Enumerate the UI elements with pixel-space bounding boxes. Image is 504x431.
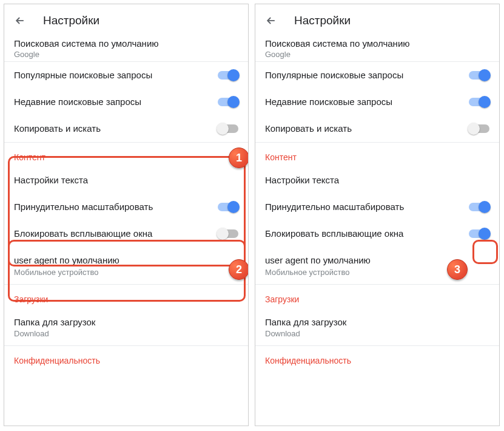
popular-queries-label: Популярные поисковые запросы — [14, 69, 152, 81]
search-engine-value: Google — [14, 50, 238, 59]
recent-queries-toggle[interactable] — [469, 98, 489, 106]
user-agent-row[interactable]: user agent по умолчанию Мобильное устрой… — [255, 247, 499, 284]
copy-search-row[interactable]: Копировать и искать — [255, 115, 499, 142]
search-engine-value: Google — [265, 50, 489, 59]
copy-search-label: Копировать и искать — [14, 123, 101, 135]
popular-queries-toggle[interactable] — [469, 71, 489, 80]
block-popups-label: Блокировать всплывающие окна — [14, 228, 152, 240]
user-agent-sub: Мобильное устройство — [265, 268, 350, 277]
search-engine-label: Поисковая система по умолчанию — [265, 38, 489, 49]
header: Настройки — [4, 4, 248, 37]
back-icon[interactable] — [14, 15, 26, 27]
download-folder-row[interactable]: Папка для загрузок Download — [4, 309, 248, 346]
section-content: Контент — [4, 143, 248, 167]
recent-queries-label: Недавние поисковые запросы — [265, 96, 392, 108]
phone-left: Настройки Поисковая система по умолчанию… — [4, 4, 249, 426]
popular-queries-row[interactable]: Популярные поисковые запросы — [255, 62, 499, 89]
copy-search-toggle[interactable] — [469, 124, 489, 133]
force-zoom-label: Принудительно масштабировать — [14, 201, 153, 213]
phone-right: Настройки Поисковая система по умолчанию… — [255, 4, 500, 426]
block-popups-toggle[interactable] — [469, 229, 489, 238]
search-engine-row[interactable]: Поисковая система по умолчанию Google — [255, 37, 499, 61]
page-title: Настройки — [43, 14, 99, 27]
force-zoom-toggle[interactable] — [218, 203, 238, 211]
user-agent-label: user agent по умолчанию — [265, 254, 371, 266]
section-privacy: Конфиденциальность — [255, 346, 499, 370]
download-folder-sub: Download — [265, 329, 300, 338]
popular-queries-toggle[interactable] — [218, 71, 238, 80]
force-zoom-row[interactable]: Принудительно масштабировать — [255, 194, 499, 220]
force-zoom-toggle[interactable] — [469, 203, 489, 211]
recent-queries-row[interactable]: Недавние поисковые запросы — [4, 89, 248, 115]
copy-search-row[interactable]: Копировать и искать — [4, 115, 248, 142]
block-popups-row[interactable]: Блокировать всплывающие окна — [255, 220, 499, 247]
download-folder-label: Папка для загрузок — [14, 316, 95, 328]
back-icon[interactable] — [265, 15, 277, 27]
download-folder-label: Папка для загрузок — [265, 316, 346, 328]
header: Настройки — [255, 4, 499, 37]
text-settings-label: Настройки текста — [265, 174, 339, 186]
block-popups-label: Блокировать всплывающие окна — [265, 228, 403, 240]
copy-search-toggle[interactable] — [218, 124, 238, 133]
user-agent-label: user agent по умолчанию — [14, 254, 119, 266]
user-agent-row[interactable]: user agent по умолчанию Мобильное устрой… — [4, 247, 248, 284]
block-popups-toggle[interactable] — [218, 229, 238, 238]
recent-queries-toggle[interactable] — [218, 98, 238, 106]
recent-queries-label: Недавние поисковые запросы — [14, 96, 141, 108]
text-settings-label: Настройки текста — [14, 174, 88, 186]
text-settings-row[interactable]: Настройки текста — [255, 167, 499, 194]
section-content: Контент — [255, 143, 499, 167]
user-agent-sub: Мобильное устройство — [14, 268, 99, 277]
popular-queries-label: Популярные поисковые запросы — [265, 69, 403, 81]
text-settings-row[interactable]: Настройки текста — [4, 167, 248, 194]
section-downloads: Загрузки — [255, 285, 499, 309]
force-zoom-label: Принудительно масштабировать — [265, 201, 404, 213]
search-engine-row[interactable]: Поисковая система по умолчанию Google — [4, 37, 248, 61]
force-zoom-row[interactable]: Принудительно масштабировать — [4, 194, 248, 220]
block-popups-row[interactable]: Блокировать всплывающие окна — [4, 220, 248, 247]
search-engine-label: Поисковая система по умолчанию — [14, 38, 238, 49]
page-title: Настройки — [294, 14, 351, 27]
recent-queries-row[interactable]: Недавние поисковые запросы — [255, 89, 499, 115]
section-downloads: Загрузки — [4, 285, 248, 309]
copy-search-label: Копировать и искать — [265, 123, 352, 135]
download-folder-sub: Download — [14, 329, 49, 338]
download-folder-row[interactable]: Папка для загрузок Download — [255, 309, 499, 346]
popular-queries-row[interactable]: Популярные поисковые запросы — [4, 62, 248, 89]
section-privacy: Конфиденциальность — [4, 346, 248, 370]
